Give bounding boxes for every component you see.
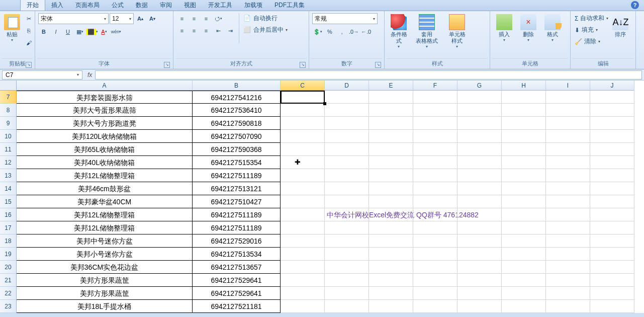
cell[interactable]: 美邦65L收纳储物箱: [17, 143, 193, 156]
cell[interactable]: 美邦套装圆形水筛: [17, 91, 193, 104]
row-header[interactable]: 15: [0, 195, 17, 208]
autosum-button[interactable]: Σ自动求和▾: [574, 13, 609, 24]
cell[interactable]: [457, 182, 502, 195]
cell[interactable]: [546, 130, 590, 143]
conditional-format-button[interactable]: 条件格式▾: [388, 13, 410, 50]
align-left-button[interactable]: ≡: [176, 25, 188, 36]
indent-decrease-button[interactable]: ⇤: [213, 25, 224, 36]
merge-center-button[interactable]: ⬜合并后居中▾: [242, 25, 289, 35]
cell[interactable]: [369, 182, 413, 195]
col-header-A[interactable]: A: [17, 81, 193, 91]
cell[interactable]: 6942127513657: [193, 261, 281, 274]
cell[interactable]: [325, 300, 369, 313]
cell[interactable]: [590, 234, 634, 248]
cell[interactable]: 美邦大号蛋形果蔬筛: [17, 104, 193, 117]
cell[interactable]: [457, 221, 502, 234]
cell[interactable]: 6942127513534: [193, 248, 281, 261]
cell[interactable]: [281, 208, 325, 221]
cell[interactable]: [457, 143, 502, 156]
cell[interactable]: [369, 195, 413, 208]
cell[interactable]: [590, 261, 634, 274]
comma-button[interactable]: ,: [336, 26, 347, 37]
cell[interactable]: 6942127511189: [193, 169, 281, 182]
cell[interactable]: [413, 261, 457, 274]
cell[interactable]: 6942127513121: [193, 182, 281, 195]
col-header-J[interactable]: J: [590, 81, 634, 91]
row-header[interactable]: 13: [0, 169, 17, 182]
cell[interactable]: [281, 287, 325, 300]
cell[interactable]: [590, 182, 634, 195]
cell[interactable]: [325, 221, 369, 234]
cell[interactable]: 美邦中号迷你方盆: [17, 234, 193, 248]
cell[interactable]: 6942127510427: [193, 195, 281, 208]
underline-button[interactable]: U: [62, 26, 73, 37]
sort-filter-button[interactable]: A↓Z排序: [611, 13, 629, 39]
phonetic-button[interactable]: wén▾: [111, 26, 122, 37]
format-as-table-button[interactable]: 套用 表格格式▾: [412, 13, 442, 50]
cell[interactable]: [369, 234, 413, 248]
cell[interactable]: [413, 248, 457, 261]
cell[interactable]: [281, 221, 325, 234]
cell[interactable]: [325, 182, 369, 195]
worksheet[interactable]: A B C D E F G H I J 7美邦套装圆形水筛69421275412…: [0, 81, 644, 313]
cell[interactable]: [369, 143, 413, 156]
cell[interactable]: [413, 117, 457, 130]
cell[interactable]: 美邦豪华盆40CM: [17, 195, 193, 208]
cell[interactable]: [281, 195, 325, 208]
number-format-combo[interactable]: 常规▾: [312, 13, 378, 24]
col-header-H[interactable]: H: [502, 81, 546, 91]
cell[interactable]: [325, 287, 369, 300]
cell[interactable]: [546, 117, 590, 130]
select-all-corner[interactable]: [0, 81, 17, 91]
row-header[interactable]: 9: [0, 117, 17, 130]
cell[interactable]: [546, 195, 590, 208]
cell[interactable]: 美邦40L收纳储物箱: [17, 156, 193, 169]
cell[interactable]: 6942127529016: [193, 234, 281, 248]
tab-data[interactable]: 数据: [130, 0, 154, 11]
row-header[interactable]: 10: [0, 130, 17, 143]
cell[interactable]: [590, 156, 634, 169]
row-header[interactable]: 12: [0, 156, 17, 169]
cell[interactable]: [281, 91, 325, 104]
font-size-combo[interactable]: 12▾: [110, 13, 134, 24]
cell[interactable]: [590, 208, 634, 221]
cell[interactable]: [502, 130, 546, 143]
wrap-text-button[interactable]: 📄自动换行: [242, 13, 289, 24]
cell[interactable]: [590, 117, 634, 130]
dialog-launcher-icon[interactable]: ↘: [300, 62, 306, 68]
tab-formulas[interactable]: 公式: [106, 0, 130, 11]
cell[interactable]: 美邦小号迷你方盆: [17, 248, 193, 261]
cell[interactable]: [369, 117, 413, 130]
cell[interactable]: [281, 234, 325, 248]
cell[interactable]: [457, 117, 502, 130]
cell[interactable]: [502, 169, 546, 182]
cell[interactable]: 美邦46cm鼓形盆: [17, 182, 193, 195]
cell[interactable]: [546, 287, 590, 300]
tab-view[interactable]: 视图: [178, 0, 202, 11]
cell[interactable]: [502, 300, 546, 313]
bold-button[interactable]: B: [38, 26, 49, 37]
cell[interactable]: [281, 248, 325, 261]
col-header-E[interactable]: E: [369, 81, 413, 91]
cell[interactable]: [325, 261, 369, 274]
row-header[interactable]: 23: [0, 300, 17, 313]
cell[interactable]: 6942127507090: [193, 130, 281, 143]
currency-button[interactable]: 💲▾: [312, 26, 323, 37]
cell[interactable]: 美邦大号方形跑道凳: [17, 117, 193, 130]
cell[interactable]: [502, 156, 546, 169]
cell[interactable]: [281, 300, 325, 313]
cell[interactable]: [281, 261, 325, 274]
cell[interactable]: [281, 182, 325, 195]
cell[interactable]: 6942127536410: [193, 104, 281, 117]
cell[interactable]: [457, 248, 502, 261]
cell[interactable]: [546, 208, 590, 221]
cell[interactable]: [325, 274, 369, 287]
cell[interactable]: [413, 104, 457, 117]
cell[interactable]: [457, 287, 502, 300]
tab-layout[interactable]: 页面布局: [69, 0, 106, 11]
col-header-D[interactable]: D: [325, 81, 369, 91]
cell[interactable]: [281, 169, 325, 182]
cell[interactable]: [590, 91, 634, 104]
cell[interactable]: [413, 208, 457, 221]
align-top-button[interactable]: ≡: [176, 13, 188, 24]
